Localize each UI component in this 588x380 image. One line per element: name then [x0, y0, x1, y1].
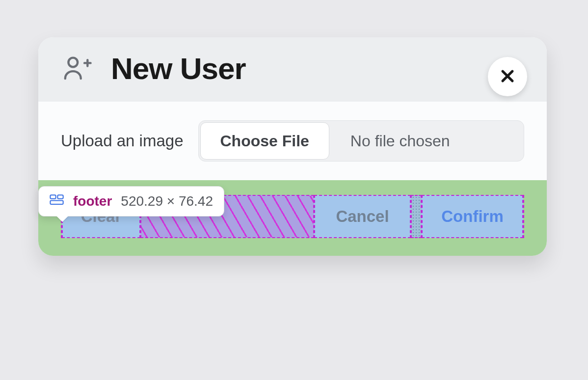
devtools-inspect-tooltip: footer 520.29 × 76.42: [38, 186, 224, 217]
tooltip-element-name: footer: [73, 193, 112, 209]
svg-rect-7: [50, 200, 63, 204]
flex-layout-icon: [50, 193, 64, 209]
svg-rect-6: [57, 195, 63, 199]
file-status-text: No file chosen: [331, 121, 524, 161]
dialog-body: Upload an image Choose File No file chos…: [38, 102, 547, 180]
svg-rect-5: [50, 195, 55, 199]
close-icon: [499, 68, 516, 86]
tooltip-dimensions: 520.29 × 76.42: [121, 193, 213, 209]
dialog-header: New User: [38, 37, 547, 102]
upload-row: Upload an image Choose File No file chos…: [61, 120, 524, 162]
flex-margin-region: [411, 195, 422, 238]
file-input[interactable]: Choose File No file chosen: [198, 120, 525, 162]
upload-label: Upload an image: [61, 132, 184, 150]
choose-file-button[interactable]: Choose File: [200, 122, 329, 160]
dialog-title: New User: [111, 51, 246, 86]
new-user-dialog: New User Upload an image Choose File No …: [38, 37, 547, 256]
confirm-button[interactable]: Confirm: [422, 195, 523, 238]
close-button[interactable]: [488, 57, 527, 96]
svg-point-0: [68, 57, 78, 67]
user-plus-icon: [61, 52, 93, 86]
cancel-button[interactable]: Cancel: [314, 195, 411, 238]
